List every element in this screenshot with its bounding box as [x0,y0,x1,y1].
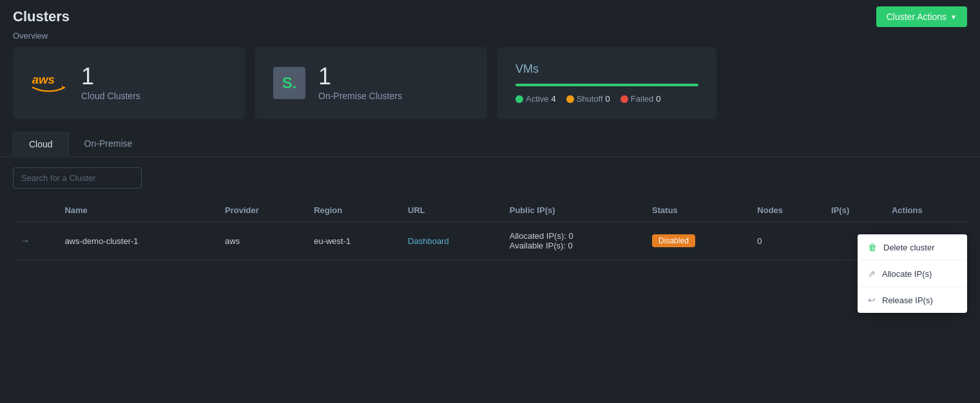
cluster-actions-label: Cluster Actions [887,12,946,22]
expand-arrow-icon[interactable]: → [21,236,30,246]
active-dot [515,95,523,103]
actions-dropdown: 🗑 Delete cluster ⇗ Allocate IP(s) ↩ Rele… [858,234,967,313]
summary-cards: aws 1 Cloud Clusters S. 1 On-Premise Clu… [0,47,980,132]
onpremise-clusters-card: S. 1 On-Premise Clusters [255,47,487,119]
row-public-ips: Allocated IP(s): 0 Available IP(s): 0 [502,222,644,260]
col-ips: IP(s) [823,199,884,222]
allocate-ip-item[interactable]: ⇗ Allocate IP(s) [858,261,967,287]
delete-cluster-item[interactable]: 🗑 Delete cluster [858,234,967,261]
onpremise-clusters-count: 1 [318,65,402,88]
failed-label: Failed [631,94,653,104]
release-ip-item[interactable]: ↩ Release IP(s) [858,287,967,313]
shutoff-count: 0 [606,94,610,104]
cluster-actions-button[interactable]: Cluster Actions ▼ [876,6,967,27]
tab-cloud[interactable]: Cloud [13,132,69,157]
failed-dot [620,95,628,103]
trash-icon: 🗑 [868,242,877,252]
status-badge: Disabled [652,234,695,247]
shutoff-label: Shutoff [577,94,603,104]
release-ip-label: Release IP(s) [882,295,933,305]
row-nodes: 0 [749,222,823,260]
row-arrow: → [13,222,57,260]
active-label: Active [526,94,548,104]
available-ips: Available IP(s): 0 [510,241,637,250]
col-name: Name [57,199,217,222]
cloud-clusters-info: 1 Cloud Clusters [81,65,140,101]
table-header-row: Name Provider Region URL Public IP(s) St… [13,199,967,222]
delete-cluster-label: Delete cluster [883,243,934,252]
vms-stats: Active 4 Shutoff 0 Failed 0 [515,94,661,104]
tab-onpremise[interactable]: On-Premise [69,132,148,157]
breadcrumb: Overview [0,31,980,47]
cloud-clusters-count: 1 [81,65,140,88]
search-input[interactable] [13,167,142,189]
row-name: aws-demo-cluster-1 [57,222,217,260]
undo-icon: ↩ [868,295,876,305]
onpremise-clusters-label: On-Premise Clusters [318,91,402,101]
vms-title: VMs [515,62,539,76]
svg-text:aws: aws [32,73,55,86]
aws-logo: aws [31,71,68,96]
row-url[interactable]: Dashboard [400,222,502,260]
allocate-ip-label: Allocate IP(s) [882,269,932,279]
vms-card: VMs Active 4 Shutoff 0 Failed 0 [497,47,716,119]
search-area [0,167,980,199]
share-icon: ⇗ [868,268,876,279]
header: Clusters Cluster Actions ▼ [0,0,980,31]
row-status: Disabled [644,222,749,260]
col-arrow [13,199,57,222]
active-stat: Active 4 [515,94,556,104]
col-status: Status [644,199,749,222]
scaleway-icon: S. [273,67,305,99]
allocated-ips: Allocated IP(s): 0 [510,231,637,241]
col-public-ips: Public IP(s) [502,199,644,222]
shutoff-dot [566,95,574,103]
onpremise-clusters-info: 1 On-Premise Clusters [318,65,402,101]
active-count: 4 [551,94,555,104]
col-nodes: Nodes [749,199,823,222]
col-url: URL [400,199,502,222]
tabs: Cloud On-Premise [0,132,980,157]
col-provider: Provider [217,199,306,222]
failed-stat: Failed 0 [620,94,661,104]
clusters-table: Name Provider Region URL Public IP(s) St… [13,199,967,260]
row-region: eu-west-1 [306,222,400,260]
row-provider: aws [217,222,306,260]
table-container: Name Provider Region URL Public IP(s) St… [0,199,980,260]
cloud-clusters-label: Cloud Clusters [81,91,140,101]
shutoff-stat: Shutoff 0 [566,94,610,104]
failed-count: 0 [656,94,660,104]
col-actions: Actions [884,199,967,222]
chevron-down-icon: ▼ [950,14,957,21]
cloud-clusters-card: aws 1 Cloud Clusters [13,47,245,119]
table-row: → aws-demo-cluster-1 aws eu-west-1 Dashb… [13,222,967,260]
page-title: Clusters [13,8,70,25]
col-region: Region [306,199,400,222]
vms-bar [515,84,698,86]
